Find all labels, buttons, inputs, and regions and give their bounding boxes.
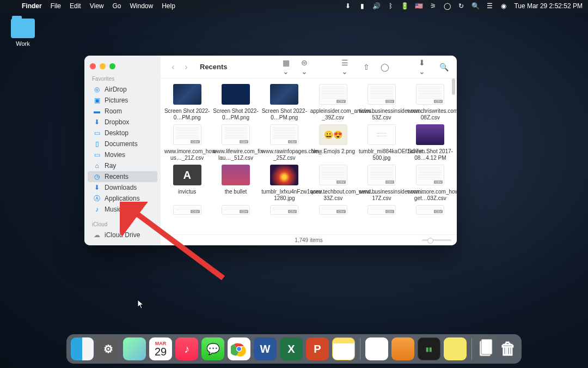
dock-launchpad[interactable] — [123, 337, 146, 360]
menu-go[interactable]: Go — [113, 2, 121, 10]
dock-stickies[interactable] — [444, 337, 467, 360]
file-item[interactable]: — — —— — —tumblr_mi884kaOEf1s07st…500.jp… — [358, 124, 405, 161]
menu-file[interactable]: File — [51, 2, 61, 10]
file-item[interactable]: www.techbout.com_send…33Z.csv — [310, 165, 356, 202]
search-button[interactable]: 🔍 — [437, 61, 450, 73]
bluetooth-icon[interactable]: ᛒ — [387, 2, 394, 10]
zoom-slider[interactable] — [422, 239, 451, 241]
dock-trash[interactable]: 🗑 — [499, 337, 517, 360]
battery-icon[interactable]: 🔋 — [401, 2, 408, 10]
finder-toolbar: ‹ › Recents ▦ ⌄ ⊜ ⌄ ☰ ⌄ ⇧ ◯ ⬇ ⌄ 🔍 — [161, 56, 457, 79]
file-item[interactable] — [310, 205, 356, 218]
dock-excel[interactable]: X — [280, 337, 303, 360]
dock-notes[interactable] — [332, 337, 355, 360]
file-item[interactable] — [261, 205, 308, 218]
view-mode-button[interactable]: ▦ ⌄ — [283, 61, 296, 73]
minimize-button[interactable] — [100, 63, 106, 69]
forward-button[interactable]: › — [180, 61, 192, 73]
menu-view[interactable]: View — [90, 2, 104, 10]
dock-downloads[interactable] — [477, 337, 495, 360]
file-item[interactable]: www.businessinsider.com…53Z.csv — [358, 84, 405, 121]
apple-icon[interactable] — [5, 2, 13, 10]
file-item[interactable]: Ainvictus — [164, 165, 210, 202]
menubar-datetime[interactable]: Tue Mar 29 2:52:52 PM — [514, 2, 583, 10]
sidebar-item-music[interactable]: ♪Music — [88, 204, 157, 215]
file-item[interactable]: the bullet — [212, 165, 259, 202]
dock-chrome[interactable] — [228, 337, 250, 360]
file-item[interactable]: www.imore.com_how-us…_21Z.csv — [164, 124, 210, 161]
scrollbar[interactable] — [452, 79, 455, 95]
dock-finder[interactable] — [71, 337, 94, 360]
sidebar-item-pictures[interactable]: ▣Pictures — [88, 95, 157, 106]
file-item[interactable]: tumblr_lxfxu4nFzw1qceu…1280.jpg — [261, 165, 308, 202]
group-button[interactable]: ⊜ ⌄ — [301, 61, 314, 73]
file-name: www.imore.com_how-get…03Z.csv — [407, 189, 453, 202]
menu-help[interactable]: Help — [162, 2, 175, 10]
sidebar-item-airdrop[interactable]: ◎AirDrop — [88, 84, 157, 95]
file-item[interactable] — [358, 205, 405, 218]
volume-icon[interactable]: 🔊 — [372, 2, 380, 10]
file-name: www.chriswrites.com_193…08Z.csv — [407, 108, 453, 121]
dock-terminal[interactable]: ▮▮ — [418, 337, 440, 360]
download-icon: ⬇ — [93, 184, 101, 191]
sidebar-item-ray[interactable]: ⌂Ray — [88, 160, 157, 171]
sidebar-item-recents[interactable]: ◷Recents — [88, 171, 157, 182]
dock-calendar[interactable]: MAR29 — [149, 337, 172, 360]
share-button[interactable]: ⇧ — [360, 61, 373, 73]
tag-button[interactable]: ◯ — [378, 61, 391, 73]
sidebar-item-movies[interactable]: ▭Movies — [88, 149, 157, 160]
sidebar-item-desktop[interactable]: ▭Desktop — [88, 128, 157, 138]
file-item[interactable]: Screen Shot 2022-0…PM.png — [212, 84, 259, 121]
sidebar-item-dropbox[interactable]: ⬇Dropbox — [88, 117, 157, 128]
file-item[interactable]: www.lifewire.com_fix-lau…_51Z.csv — [212, 124, 259, 161]
dock-word[interactable]: W — [254, 337, 277, 360]
close-button[interactable] — [90, 63, 96, 69]
file-item[interactable] — [407, 205, 454, 218]
file-item[interactable]: Screen Shot 2022-0…PM.png — [261, 84, 308, 121]
siri-icon[interactable]: ◉ — [500, 2, 507, 10]
app-name[interactable]: Finder — [22, 2, 42, 10]
file-thumbnail — [367, 205, 396, 215]
fullscreen-button[interactable] — [109, 63, 115, 69]
dropbox-status-icon[interactable]: ⬇ — [344, 2, 352, 10]
sidebar-item-downloads[interactable]: ⬇Downloads — [88, 182, 157, 193]
menu-edit[interactable]: Edit — [70, 2, 81, 10]
file-thumbnail — [367, 165, 396, 185]
file-item[interactable]: Screen Shot 2017-08…4.12 PM — [407, 124, 454, 161]
timemachine-icon[interactable]: ↻ — [457, 2, 465, 10]
dock-app-orange[interactable] — [391, 337, 414, 360]
wifi-icon[interactable]: ⚞ — [429, 2, 437, 10]
dock-powerpoint[interactable]: P — [306, 337, 329, 360]
action-button[interactable]: ☰ ⌄ — [341, 61, 354, 73]
sidebar-item-room[interactable]: ▬Room — [88, 106, 157, 117]
dock-settings[interactable]: ⚙ — [97, 337, 120, 360]
dock-music[interactable]: ♪ — [175, 337, 198, 360]
menubar: Finder File Edit View Go Window Help ⬇ ▮… — [0, 0, 588, 12]
sidebar-item-applications[interactable]: ⒶApplications — [88, 193, 157, 204]
file-item[interactable]: 😀😍New Emojis 2.png — [310, 124, 356, 161]
user-icon[interactable]: ◯ — [443, 2, 451, 10]
battery-app-icon[interactable]: ▮ — [358, 2, 366, 10]
file-item[interactable]: www.rawinfopages.com_…_25Z.csv — [261, 124, 308, 161]
spotlight-icon[interactable]: 🔍 — [471, 2, 479, 10]
file-item[interactable] — [212, 205, 259, 218]
file-item[interactable]: www.imore.com_how-get…03Z.csv — [407, 165, 454, 202]
desktop-icon: ▭ — [93, 129, 101, 137]
file-item[interactable] — [164, 205, 210, 218]
dock-messages[interactable]: 💬 — [201, 337, 224, 360]
flag-icon[interactable]: 🇺🇸 — [415, 2, 422, 10]
control-center-icon[interactable]: ☰ — [486, 2, 493, 10]
desktop-folder-work[interactable]: Work — [7, 19, 39, 47]
file-name: Screen Shot 2022-0…PM.png — [164, 108, 210, 121]
menu-window[interactable]: Window — [130, 2, 154, 10]
file-item[interactable]: appleinsider.com_articles…_39Z.csv — [310, 84, 356, 121]
file-item[interactable]: www.chriswrites.com_193…08Z.csv — [407, 84, 454, 121]
sidebar-item-documents[interactable]: ▯Documents — [88, 138, 157, 149]
file-item[interactable]: Screen Shot 2022-0…PM.png — [164, 84, 210, 121]
back-button[interactable]: ‹ — [167, 61, 179, 73]
dropbox-toolbar-icon[interactable]: ⬇ ⌄ — [419, 61, 432, 73]
dock-slack[interactable] — [365, 337, 388, 360]
file-item[interactable]: www.businessinsider.com…17Z.csv — [358, 165, 405, 202]
sidebar-item-icloud-drive[interactable]: ☁iCloud Drive — [88, 230, 157, 240]
finder-content[interactable]: Screen Shot 2022-0…PM.pngScreen Shot 202… — [161, 79, 457, 234]
